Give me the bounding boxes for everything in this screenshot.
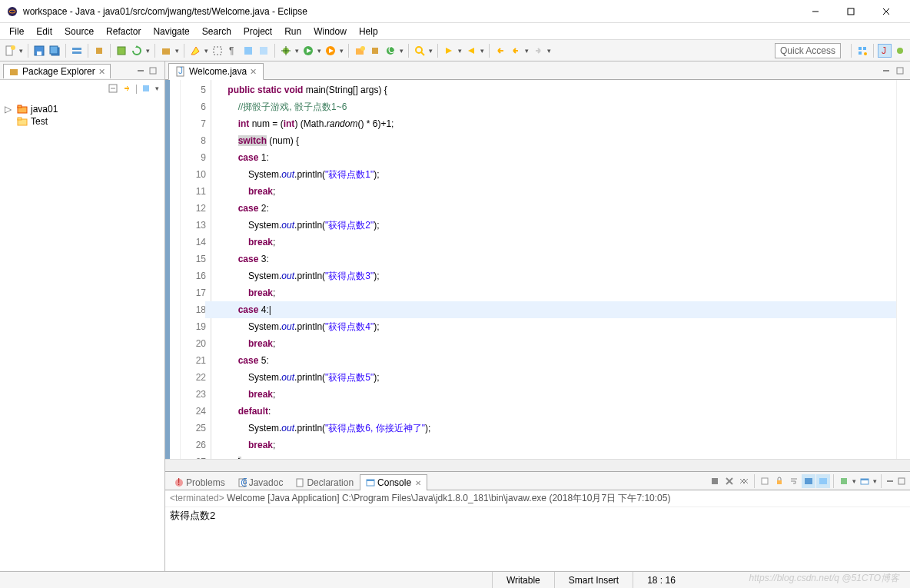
code-line[interactable]: break; — [218, 234, 896, 251]
collapse-all-icon[interactable] — [108, 81, 118, 95]
build-icon[interactable] — [92, 44, 106, 58]
toggle-breadcrumb-icon[interactable] — [70, 44, 84, 58]
menu-source[interactable]: Source — [58, 25, 100, 38]
code-line[interactable]: case 5: — [218, 352, 896, 369]
dropdown-icon[interactable]: ▾ — [524, 47, 530, 55]
editor-tab-welcome[interactable]: J Welcome.java ✕ — [168, 63, 264, 80]
package-explorer-tab[interactable]: Package Explorer ✕ — [3, 64, 111, 78]
line-number-gutter[interactable]: 5678910111213141516171819202122232425262… — [181, 80, 211, 459]
minimize-button[interactable] — [798, 0, 833, 23]
code-line[interactable]: System.out.println("获得点数6, 你接近神了"); — [218, 420, 896, 437]
prev-annotation-icon[interactable] — [464, 44, 478, 58]
tree-item-java01[interactable]: ▷java01 — [5, 103, 160, 115]
refresh-icon[interactable] — [130, 44, 144, 58]
java-perspective-icon[interactable]: J — [878, 44, 892, 58]
forward-icon[interactable] — [531, 44, 545, 58]
dropdown-icon[interactable]: ▾ — [872, 477, 878, 485]
new-java-class-icon[interactable]: C — [384, 44, 397, 58]
dropdown-icon[interactable]: ▾ — [480, 47, 485, 55]
minimize-editor-icon[interactable] — [881, 64, 892, 78]
search-icon[interactable] — [413, 44, 427, 58]
code-line[interactable]: switch (num) { — [218, 132, 896, 149]
tab-javadoc[interactable]: @Javadoc — [231, 474, 290, 490]
debug-perspective-icon[interactable] — [893, 44, 907, 58]
new-java-package-icon[interactable] — [368, 44, 382, 58]
dropdown-icon[interactable]: ▾ — [546, 47, 552, 55]
menu-project[interactable]: Project — [237, 25, 278, 38]
open-type-icon[interactable] — [115, 44, 128, 58]
maximize-console-icon[interactable] — [896, 474, 907, 488]
code-line[interactable]: case 4:| — [218, 301, 896, 318]
code-editor[interactable]: 5678910111213141516171819202122232425262… — [165, 80, 910, 459]
menu-refactor[interactable]: Refactor — [100, 25, 147, 38]
word-wrap-icon[interactable] — [787, 474, 801, 488]
maximize-view-icon[interactable] — [148, 64, 158, 78]
menu-window[interactable]: Window — [307, 25, 353, 38]
run-last-icon[interactable] — [324, 44, 337, 58]
annotation-icon[interactable] — [241, 44, 255, 58]
new-icon[interactable] — [3, 44, 17, 58]
code-line[interactable]: break; — [218, 437, 896, 453]
remove-all-icon[interactable] — [737, 474, 751, 488]
remove-launch-icon[interactable] — [722, 474, 736, 488]
menu-help[interactable]: Help — [353, 25, 384, 38]
minimize-console-icon[interactable] — [885, 474, 895, 488]
close-button[interactable] — [868, 0, 904, 23]
dropdown-icon[interactable]: ▾ — [204, 47, 209, 55]
quick-access-input[interactable]: Quick Access — [775, 43, 841, 58]
maximize-editor-icon[interactable] — [895, 64, 905, 78]
dropdown-icon[interactable]: ▾ — [428, 47, 433, 55]
code-line[interactable]: break; — [218, 284, 896, 301]
display-selected-icon[interactable] — [837, 474, 851, 488]
dropdown-icon[interactable]: ▾ — [852, 477, 857, 485]
code-line[interactable]: } — [218, 453, 896, 459]
dropdown-icon[interactable]: ▾ — [18, 47, 24, 55]
filters-icon[interactable] — [141, 81, 151, 95]
terminate-icon[interactable] — [708, 474, 722, 488]
code-line[interactable]: case 3: — [218, 251, 896, 267]
tab-problems[interactable]: !Problems — [168, 474, 231, 490]
menu-run[interactable]: Run — [278, 25, 307, 38]
close-icon[interactable]: ✕ — [415, 479, 421, 487]
dropdown-icon[interactable]: ▾ — [339, 47, 344, 55]
open-console-icon[interactable] — [858, 474, 872, 488]
menu-file[interactable]: File — [3, 25, 30, 38]
dropdown-icon[interactable]: ▾ — [174, 47, 180, 55]
next-annotation-icon[interactable] — [442, 44, 456, 58]
overview-ruler[interactable] — [896, 80, 910, 459]
project-tree[interactable]: ▷java01Test — [0, 97, 164, 571]
code-line[interactable]: case 2: — [218, 200, 896, 217]
code-line[interactable]: break; — [218, 386, 896, 403]
code-line[interactable]: public static void main(String[] args) { — [218, 81, 896, 98]
open-perspective-icon[interactable] — [855, 44, 869, 58]
code-line[interactable]: System.out.println("获得点数1"); — [218, 166, 896, 183]
dropdown-icon[interactable]: ▾ — [457, 47, 463, 55]
menu-search[interactable]: Search — [196, 25, 237, 38]
maximize-button[interactable] — [833, 0, 868, 23]
dropdown-icon[interactable]: ▾ — [317, 47, 322, 55]
code-line[interactable]: //掷骰子游戏, 骰子点数1~6 — [218, 98, 896, 115]
marker-gutter[interactable] — [170, 80, 181, 459]
horizontal-scrollbar[interactable] — [165, 459, 910, 471]
dropdown-icon[interactable]: ▾ — [145, 47, 151, 55]
scroll-lock-icon[interactable] — [772, 474, 786, 488]
new-package-icon[interactable] — [159, 44, 173, 58]
code-line[interactable]: System.out.println("获得点数2"); — [218, 217, 896, 234]
save-icon[interactable] — [32, 44, 46, 58]
tab-declaration[interactable]: Declaration — [289, 474, 360, 490]
menu-navigate[interactable]: Navigate — [147, 25, 195, 38]
pin-console-icon[interactable] — [816, 474, 830, 488]
code-line[interactable]: case 1: — [218, 149, 896, 166]
code-line[interactable]: System.out.println("获得点数5"); — [218, 369, 896, 386]
code-line[interactable]: break; — [218, 335, 896, 352]
code-line[interactable]: default: — [218, 403, 896, 420]
block-select-icon[interactable] — [211, 44, 224, 58]
annotation2-icon[interactable] — [257, 44, 271, 58]
toggle-highlight-icon[interactable] — [188, 44, 202, 58]
code-line[interactable]: System.out.println("获得点数4"); — [218, 318, 896, 335]
view-menu-icon[interactable]: ▾ — [154, 85, 160, 92]
tree-item-test[interactable]: Test — [5, 115, 160, 128]
save-all-icon[interactable] — [48, 44, 61, 58]
last-edit-icon[interactable] — [493, 44, 507, 58]
tab-console[interactable]: Console✕ — [360, 474, 427, 490]
